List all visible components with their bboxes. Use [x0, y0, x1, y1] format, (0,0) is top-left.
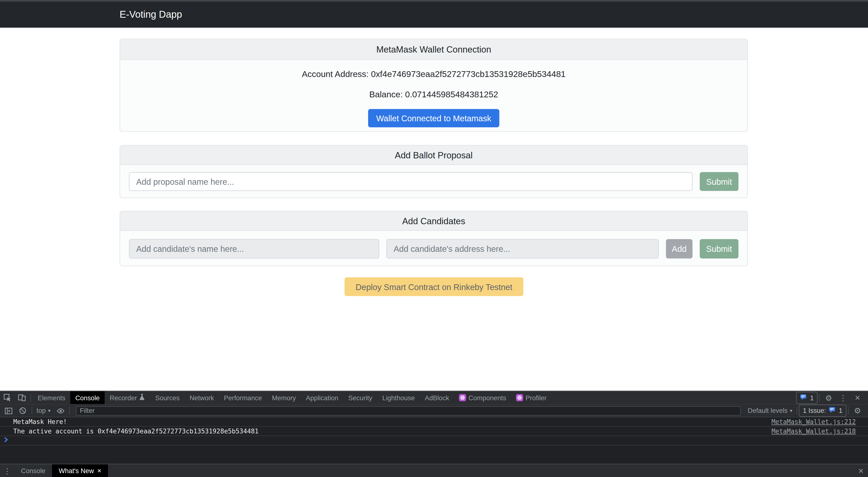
- console-prompt[interactable]: [0, 436, 868, 446]
- tab-memory-label: Memory: [272, 394, 296, 402]
- inspect-element-icon[interactable]: [0, 391, 14, 404]
- react-components-icon: [459, 394, 466, 401]
- issues-counter-button[interactable]: 1: [796, 391, 817, 404]
- chevron-down-icon: ▾: [790, 408, 792, 414]
- candidates-card: Add Candidates Add Submit: [120, 211, 748, 266]
- drawer-kebab-icon[interactable]: ⋮: [0, 465, 14, 477]
- tab-security-label: Security: [348, 394, 372, 402]
- deploy-contract-button[interactable]: Deploy Smart Contract on Rinkeby Testnet: [345, 277, 524, 296]
- tab-security[interactable]: Security: [343, 391, 377, 404]
- app-root: E-Voting Dapp MetaMask Wallet Connection…: [0, 0, 868, 477]
- drawer-tab-console-label: Console: [21, 467, 45, 475]
- tab-network-label: Network: [190, 394, 214, 402]
- issues-count: 1: [839, 407, 843, 415]
- more-options-kebab-icon[interactable]: ⋮: [836, 394, 850, 402]
- tab-performance-label: Performance: [224, 394, 262, 402]
- drawer-tab-close-icon[interactable]: ×: [97, 467, 101, 474]
- console-message-row: The active account is 0xf4e746973eaa2f52…: [0, 426, 868, 436]
- console-source-link[interactable]: MetaMask_Wallet.js:212: [772, 418, 856, 426]
- context-selector-dropdown[interactable]: top ▾: [34, 407, 53, 415]
- console-message-row: MetaMask Here! MetaMask_Wallet.js:212: [0, 417, 868, 426]
- tab-components-label: Components: [468, 394, 506, 402]
- account-address-text: Account Address: 0xf4e746973eaa2f5272773…: [302, 69, 565, 79]
- divider: [31, 407, 32, 415]
- issues-label: 1 Issue:: [803, 407, 826, 415]
- react-profiler-icon: [516, 394, 523, 401]
- candidates-submit-button[interactable]: Submit: [700, 239, 738, 258]
- tab-sources[interactable]: Sources: [150, 391, 185, 404]
- issue-count: 1: [810, 394, 814, 402]
- tab-lighthouse[interactable]: Lighthouse: [377, 391, 420, 404]
- balance-text: Balance: 0.071445985484381252: [369, 90, 498, 99]
- proposal-submit-button[interactable]: Submit: [700, 172, 738, 191]
- issue-bubble-icon: [829, 406, 836, 415]
- wallet-card-body: Account Address: 0xf4e746973eaa2f5272773…: [120, 60, 747, 127]
- console-source-link[interactable]: MetaMask_Wallet.js:218: [772, 427, 856, 435]
- divider: [819, 394, 820, 402]
- drawer-close-icon[interactable]: ×: [854, 465, 868, 477]
- tab-sources-label: Sources: [155, 394, 180, 402]
- chevron-down-icon: ▾: [48, 408, 51, 414]
- tab-console[interactable]: Console: [70, 391, 104, 404]
- tab-adblock-label: AdBlock: [425, 394, 449, 402]
- console-toolbar: top ▾ Default levels ▾ 1 Issue:: [0, 405, 868, 417]
- tab-recorder[interactable]: Recorder: [104, 391, 150, 404]
- drawer-tab-whats-new[interactable]: What's New ×: [52, 465, 108, 477]
- wallet-card-title: MetaMask Wallet Connection: [120, 39, 747, 60]
- app-title: E-Voting Dapp: [120, 9, 182, 21]
- divider: [848, 407, 848, 415]
- clear-console-icon[interactable]: [16, 407, 30, 415]
- issue-bubble-icon: [800, 393, 807, 402]
- proposal-card-body: Submit: [120, 165, 747, 198]
- console-sidebar-toggle-icon[interactable]: [1, 407, 16, 415]
- proposal-card-title: Add Ballot Proposal: [120, 146, 747, 165]
- candidate-address-input[interactable]: [386, 239, 659, 258]
- proposal-name-input[interactable]: [129, 172, 693, 191]
- tab-performance[interactable]: Performance: [219, 391, 267, 404]
- tabbar-right-controls: 1 ⚙ ⋮ ×: [796, 391, 868, 404]
- issues-button[interactable]: 1 Issue: 1: [799, 405, 846, 417]
- divider: [69, 407, 70, 415]
- console-filter-input[interactable]: [76, 406, 741, 415]
- context-selector-label: top: [37, 407, 46, 415]
- tab-elements[interactable]: Elements: [33, 391, 70, 404]
- flask-icon: [139, 393, 145, 402]
- live-expression-eye-icon[interactable]: [53, 407, 68, 415]
- log-levels-dropdown[interactable]: Default levels ▾: [745, 407, 795, 415]
- devtools-drawer-bar: ⋮ Console What's New × ×: [0, 464, 868, 477]
- settings-gear-icon[interactable]: ⚙: [822, 394, 836, 402]
- console-message-text: MetaMask Here!: [13, 418, 67, 426]
- tab-adblock[interactable]: AdBlock: [420, 391, 454, 404]
- devtools-panel: Elements Console Recorder Sources Networ…: [0, 391, 868, 477]
- console-settings-gear-icon[interactable]: ⚙: [850, 407, 865, 415]
- console-output: MetaMask Here! MetaMask_Wallet.js:212 Th…: [0, 417, 868, 464]
- wallet-card: MetaMask Wallet Connection Account Addre…: [120, 39, 748, 132]
- top-navbar: E-Voting Dapp: [0, 0, 868, 28]
- tab-console-label: Console: [75, 394, 100, 402]
- candidate-add-button[interactable]: Add: [666, 239, 693, 258]
- tab-profiler[interactable]: Profiler: [511, 391, 552, 404]
- tab-application-label: Application: [306, 394, 338, 402]
- candidates-card-body: Add Submit: [120, 231, 747, 266]
- drawer-tab-console[interactable]: Console: [14, 465, 52, 477]
- drawer-tab-whats-new-label: What's New: [59, 467, 94, 475]
- devtools-tabbar: Elements Console Recorder Sources Networ…: [0, 391, 868, 405]
- tab-network[interactable]: Network: [185, 391, 219, 404]
- proposal-card: Add Ballot Proposal Submit: [120, 145, 748, 198]
- log-levels-label: Default levels: [748, 407, 787, 415]
- tab-recorder-label: Recorder: [110, 394, 137, 402]
- console-message-text: The active account is 0xf4e746973eaa2f52…: [13, 427, 259, 435]
- device-toolbar-icon[interactable]: [14, 391, 29, 404]
- close-devtools-icon[interactable]: ×: [850, 393, 865, 402]
- tab-memory[interactable]: Memory: [267, 391, 301, 404]
- tab-components[interactable]: Components: [454, 391, 511, 404]
- candidate-name-input[interactable]: [129, 239, 379, 258]
- wallet-connected-button[interactable]: Wallet Connected to Metamask: [368, 109, 500, 127]
- divider: [797, 407, 797, 415]
- divider: [31, 394, 31, 402]
- tab-elements-label: Elements: [37, 394, 65, 402]
- tab-application[interactable]: Application: [301, 391, 343, 404]
- tab-lighthouse-label: Lighthouse: [382, 394, 414, 402]
- prompt-chevron-icon: [4, 437, 8, 444]
- tab-profiler-label: Profiler: [526, 394, 547, 402]
